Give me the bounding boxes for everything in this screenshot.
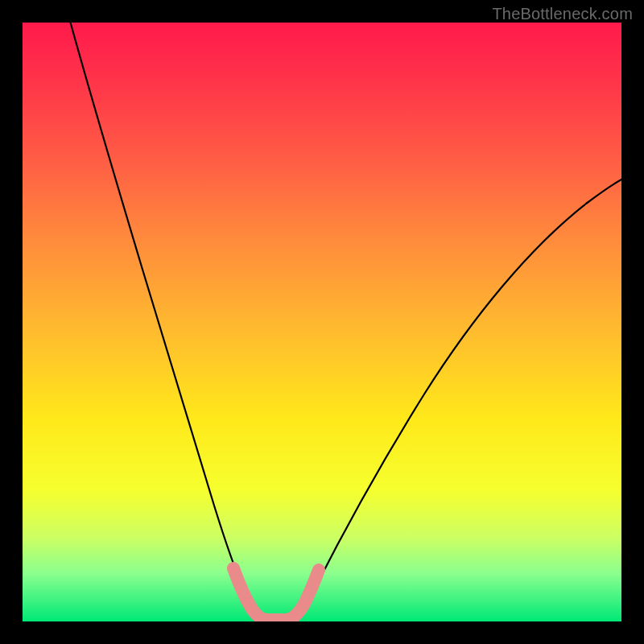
curve-layer: [23, 23, 621, 621]
bottleneck-curve: [71, 23, 622, 618]
highlight-optimum: [233, 568, 319, 620]
plot-area: [23, 23, 621, 621]
watermark-text: TheBottleneck.com: [492, 5, 633, 23]
chart-stage: TheBottleneck.com: [0, 0, 644, 644]
